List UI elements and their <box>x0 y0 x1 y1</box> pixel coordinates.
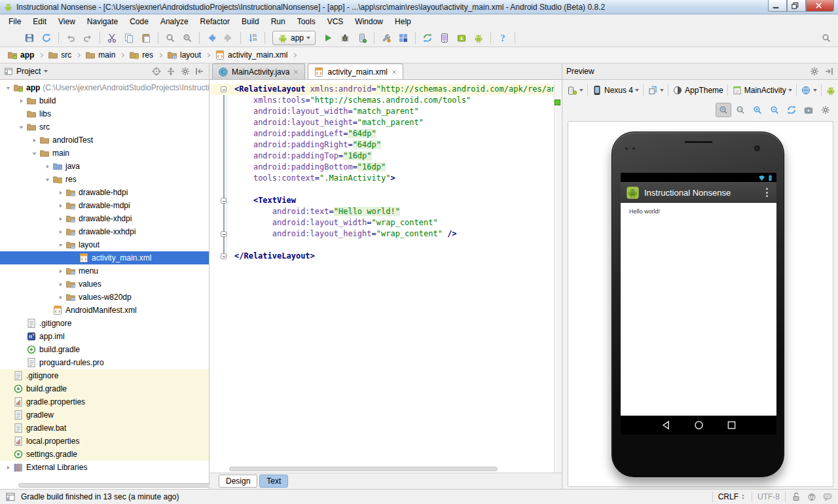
gear-icon[interactable] <box>809 66 820 77</box>
sdk-button[interactable] <box>453 30 470 46</box>
help-button[interactable]: ? <box>494 30 511 46</box>
tree-item-activity-main-xml[interactable]: activity_main.xml <box>0 251 209 264</box>
chevron-right-icon[interactable] <box>56 280 65 289</box>
menu-build[interactable]: Build <box>236 16 265 27</box>
tree-item-libs[interactable]: libs <box>0 107 209 120</box>
editor-mode-tab-text[interactable]: Text <box>259 475 288 488</box>
close-tab-icon[interactable] <box>391 69 397 75</box>
fold-end-icon[interactable] <box>221 231 227 237</box>
forward-button[interactable] <box>220 30 237 46</box>
chevron-right-icon[interactable] <box>30 136 39 145</box>
replace-button[interactable]: R <box>179 30 196 46</box>
menu-refactor[interactable]: Refactor <box>194 16 236 27</box>
tree-item-app[interactable]: app (C:\Users\jexner\AndroidStudioProjec… <box>0 81 209 94</box>
tree-item-external-libraries[interactable]: External Libraries <box>0 461 209 474</box>
zoom-actual-button[interactable]: 1:1 <box>733 103 748 117</box>
breadcrumb-app[interactable]: app <box>5 49 36 61</box>
overflow-menu-icon[interactable] <box>763 185 771 200</box>
run-configuration-select[interactable]: app <box>272 31 316 45</box>
gear-icon[interactable] <box>180 66 191 77</box>
editor-tab-mainactivity-java[interactable]: CMainActivity.java <box>212 63 305 79</box>
open-folder-button[interactable] <box>4 30 21 46</box>
error-stripe[interactable] <box>554 81 562 504</box>
tree-item-gradle-properties[interactable]: gradle.properties <box>0 395 209 408</box>
redo-button[interactable] <box>79 30 96 46</box>
tree-item-values-w820dp[interactable]: values-w820dp <box>0 291 209 304</box>
tree-item-gradlew[interactable]: gradlew <box>0 408 209 422</box>
minimize-button[interactable] <box>768 0 787 12</box>
avd-button[interactable] <box>436 30 453 46</box>
tree-item-settings-gradle[interactable]: settings.gradle <box>0 448 209 461</box>
tree-item-local-properties[interactable]: local.properties <box>0 435 209 448</box>
nexus-4-selector[interactable]: Nexus 4 <box>590 84 641 97</box>
apptheme-selector[interactable]: AppTheme <box>670 84 725 97</box>
menu-run[interactable]: Run <box>265 16 291 27</box>
tree-item-main[interactable]: main <box>0 147 209 160</box>
lock-open-icon[interactable] <box>791 492 801 502</box>
camera-button[interactable] <box>801 103 816 117</box>
code-line[interactable]: tools:context=".MainActivity"> <box>210 173 554 184</box>
event-log-balloon-icon[interactable] <box>822 492 833 502</box>
code-line[interactable]: android:paddingRight="64dp" <box>210 139 554 151</box>
debug-button[interactable] <box>337 30 354 46</box>
tree-item-drawable-xhdpi[interactable]: drawable-xhdpi <box>0 212 209 225</box>
refresh-blue-button[interactable] <box>784 103 799 117</box>
code-line[interactable]: android:paddingBottom="16dp" <box>210 162 554 173</box>
chevron-right-icon[interactable] <box>56 293 65 302</box>
tree-item-src[interactable]: src <box>0 120 209 134</box>
chevron-right-icon[interactable] <box>56 228 65 236</box>
breadcrumb-src[interactable]: src <box>46 49 73 61</box>
menu-edit[interactable]: Edit <box>27 16 52 27</box>
copy-button[interactable] <box>120 30 137 46</box>
chevron-right-icon[interactable] <box>17 97 26 105</box>
code-line[interactable]: android:paddingLeft="64dp" <box>210 128 554 139</box>
tree-item-menu[interactable]: menu <box>0 264 209 278</box>
code-line[interactable] <box>210 184 554 195</box>
l-selector[interactable]: L <box>824 84 838 97</box>
menu-analyze[interactable]: Analyze <box>155 16 194 27</box>
chevron-right-icon[interactable] <box>56 189 65 197</box>
undo-button[interactable] <box>62 30 79 46</box>
tree-item-drawable-xxhdpi[interactable]: drawable-xxhdpi <box>0 225 209 238</box>
zoom-fit-button[interactable] <box>716 103 731 117</box>
code-line[interactable] <box>210 240 554 251</box>
android-monitor-button[interactable] <box>470 30 487 46</box>
back-nav-icon[interactable] <box>661 420 672 431</box>
fold-open-icon[interactable] <box>221 86 227 92</box>
chevron-right-icon[interactable] <box>56 215 65 223</box>
chevron-down-icon[interactable] <box>43 175 52 184</box>
paste-button[interactable] <box>137 30 155 46</box>
close-tab-icon[interactable] <box>293 69 299 75</box>
wrench-button[interactable] <box>378 30 395 46</box>
code-line[interactable]: <TextView <box>210 195 554 206</box>
line-ending-widget[interactable]: CRLF <box>718 492 746 501</box>
play-button[interactable] <box>319 30 337 46</box>
orientation-selector[interactable] <box>646 84 666 97</box>
breadcrumb-res[interactable]: res <box>127 49 155 61</box>
back-button[interactable] <box>203 30 220 46</box>
code-line[interactable]: android:text="Hello world!" <box>210 206 554 217</box>
close-button[interactable] <box>806 0 834 12</box>
encoding-widget[interactable]: UTF-8 <box>757 492 780 501</box>
chevron-down-icon[interactable] <box>30 149 39 158</box>
menu-window[interactable]: Window <box>349 16 389 27</box>
code-editor[interactable]: C <RelativeLayout xmlns:android="http://… <box>210 81 554 504</box>
tree-item-build[interactable]: build <box>0 94 209 107</box>
find-button[interactable] <box>162 30 179 46</box>
hector-inspection-icon[interactable] <box>807 492 817 502</box>
code-line[interactable]: android:layout_width="match_parent" <box>210 106 554 117</box>
zoom-out-button[interactable] <box>767 103 782 117</box>
code-line[interactable]: android:paddingTop="16dp" <box>210 151 554 162</box>
code-line[interactable]: android:layout_width="wrap_content" <box>210 217 554 228</box>
structure-button[interactable] <box>395 30 412 46</box>
breadcrumb-main[interactable]: main <box>83 49 117 61</box>
code-line[interactable]: <RelativeLayout xmlns:android="http://sc… <box>210 84 554 95</box>
chevron-down-icon[interactable] <box>17 123 26 132</box>
device-config-selector[interactable] <box>565 84 585 97</box>
tree-item-androidtest[interactable]: androidTest <box>0 134 209 147</box>
tree-item-drawable-hdpi[interactable]: drawable-hdpi <box>0 186 209 199</box>
tree-item-res[interactable]: res <box>0 173 209 186</box>
menu-view[interactable]: View <box>52 16 81 27</box>
tree-item-build-gradle[interactable]: build.gradle <box>0 382 209 395</box>
gear-button[interactable] <box>818 103 833 117</box>
